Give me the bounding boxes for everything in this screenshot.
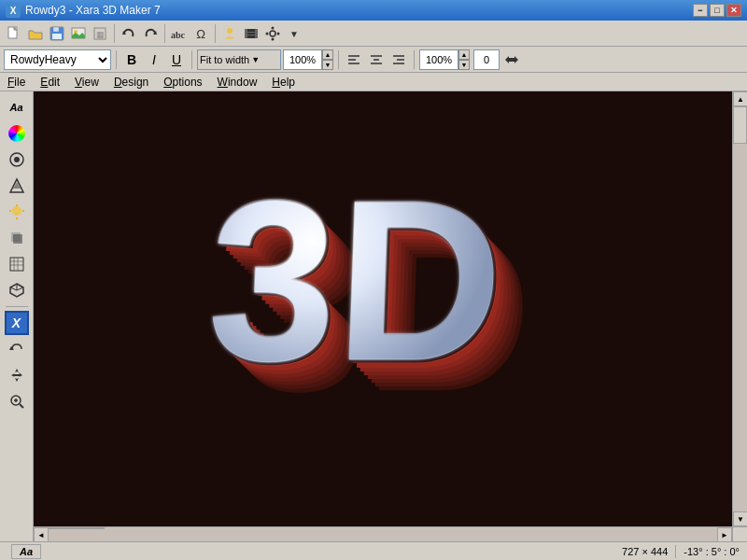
hscroll-track[interactable] (49, 527, 717, 541)
zoom-magnify-tool[interactable] (5, 389, 29, 413)
svg-rect-15 (245, 29, 247, 38)
separator2 (164, 24, 165, 43)
spelling-button[interactable]: abc (169, 23, 190, 44)
title-bar-left: X Rowdy3 - Xara 3D Maker 7 (6, 3, 161, 18)
rotate-tool[interactable] (5, 337, 29, 361)
fit-to-width-dropdown[interactable]: Fit to width ▼ (197, 49, 281, 70)
redo-button[interactable] (140, 23, 161, 44)
vertical-scrollbar: ▲ ▼ (732, 91, 747, 526)
more-button[interactable]: ▼ (284, 23, 304, 44)
menu-window[interactable]: Window (210, 74, 265, 91)
svg-rect-43 (10, 258, 23, 271)
3d-text-display: 3D 3D 3D 3D 3D 3D 3D 3D 3D 3D (34, 91, 732, 526)
title-bar: X Rowdy3 - Xara 3D Maker 7 − □ ✕ (0, 0, 747, 21)
menu-design[interactable]: Design (106, 74, 156, 91)
zoom2-up[interactable]: ▲ (458, 49, 470, 60)
color-tool[interactable] (5, 121, 29, 146)
left-toolbar: Aa X (0, 91, 34, 541)
special-char-button[interactable]: Ω (190, 23, 211, 44)
rotation-angles-label: -13° : 5° : 0° (684, 546, 740, 557)
scroll-right-button[interactable]: ► (717, 527, 732, 541)
extrude-tool[interactable] (5, 147, 29, 172)
svg-point-35 (14, 157, 20, 162)
bevel-tool[interactable] (5, 174, 29, 198)
export-image-button[interactable] (68, 23, 89, 44)
zoom2-control: 100% ▲ ▼ (419, 49, 470, 70)
svg-line-50 (17, 287, 23, 290)
tool-separator1 (6, 306, 28, 307)
scroll-up-button[interactable]: ▲ (733, 91, 747, 106)
new-button[interactable] (4, 23, 24, 44)
window-title: Rowdy3 - Xara 3D Maker 7 (25, 4, 161, 17)
scrollbar-corner (732, 526, 747, 541)
texture-tool[interactable] (5, 252, 29, 276)
svg-text:Ω: Ω (196, 27, 205, 41)
bold-button[interactable]: B (121, 49, 142, 70)
save-button[interactable] (47, 23, 67, 44)
flip-button[interactable] (501, 49, 522, 70)
svg-text:abc: abc (171, 29, 186, 39)
move-tool[interactable] (5, 363, 29, 387)
title-controls: − □ ✕ (693, 4, 741, 17)
svg-line-54 (20, 404, 23, 408)
zoom-control: 100% ▲ ▼ (283, 49, 333, 70)
animation-button[interactable] (219, 23, 240, 44)
svg-text:▦: ▦ (96, 30, 105, 39)
status-divider (675, 545, 676, 558)
italic-button[interactable]: I (144, 49, 164, 70)
menu-edit[interactable]: Edit (33, 74, 67, 91)
zoom2-down[interactable]: ▼ (458, 60, 470, 70)
menu-options[interactable]: Options (156, 74, 209, 91)
vscroll-thumb[interactable] (733, 106, 747, 144)
settings-button[interactable] (262, 23, 283, 44)
hscroll-thumb[interactable] (49, 527, 105, 529)
svg-rect-3 (53, 27, 59, 32)
cube-tool[interactable] (5, 278, 29, 302)
open-button[interactable] (25, 23, 46, 44)
toolbar2: RowdyHeavy B I U Fit to width ▼ 100% ▲ ▼… (0, 47, 747, 73)
scroll-down-button[interactable]: ▼ (733, 511, 747, 526)
maximize-button[interactable]: □ (710, 4, 725, 17)
menu-view[interactable]: View (67, 74, 106, 91)
align-right-button[interactable] (388, 49, 409, 70)
svg-rect-16 (255, 29, 258, 38)
movie-button[interactable] (241, 23, 261, 44)
undo-button[interactable] (119, 23, 139, 44)
font-selector[interactable]: RowdyHeavy (4, 49, 111, 70)
svg-marker-51 (9, 346, 14, 350)
lighting-tool[interactable] (5, 200, 29, 224)
app-icon: X (6, 3, 21, 18)
svg-point-21 (272, 37, 275, 40)
menu-help[interactable]: Help (264, 74, 303, 91)
status-bar: Aa 727 × 444 -13° : 5° : 0° (0, 541, 747, 560)
underline-button[interactable]: U (166, 49, 187, 70)
zoom-spin: ▲ ▼ (322, 49, 333, 70)
canvas-bg: 3D 3D 3D 3D 3D 3D 3D 3D 3D 3D (34, 91, 732, 526)
separator-font (116, 50, 117, 69)
zoom-down[interactable]: ▼ (322, 60, 333, 70)
vscroll-track[interactable] (733, 106, 747, 511)
zoom-value[interactable]: 100% (283, 49, 322, 70)
close-button[interactable]: ✕ (726, 4, 741, 17)
align-center-button[interactable] (366, 49, 387, 70)
minimize-button[interactable]: − (693, 4, 708, 17)
text-tool[interactable]: Aa (5, 95, 29, 119)
scroll-left-button[interactable]: ◄ (34, 527, 49, 541)
main-area: Aa X (0, 91, 747, 541)
zoom2-value[interactable]: 100% (419, 49, 458, 70)
separator-style (191, 50, 192, 69)
svg-text:3D: 3D (204, 151, 507, 408)
svg-point-19 (270, 31, 275, 36)
menu-file[interactable]: File (0, 74, 33, 91)
svg-point-13 (227, 28, 233, 34)
zoom-up[interactable]: ▲ (322, 49, 333, 60)
canvas-container[interactable]: 3D 3D 3D 3D 3D 3D 3D 3D 3D 3D (34, 91, 747, 541)
shadow-tool[interactable] (5, 226, 29, 250)
svg-point-20 (272, 26, 275, 29)
horizontal-scrollbar: ◄ ► (34, 526, 732, 541)
align-left-button[interactable] (344, 49, 364, 70)
import-button[interactable]: ▦ (90, 23, 110, 44)
text-tool-indicator: Aa (11, 544, 41, 559)
xara-tool[interactable]: X (5, 311, 29, 335)
rotation-value[interactable]: 0 (473, 49, 500, 70)
